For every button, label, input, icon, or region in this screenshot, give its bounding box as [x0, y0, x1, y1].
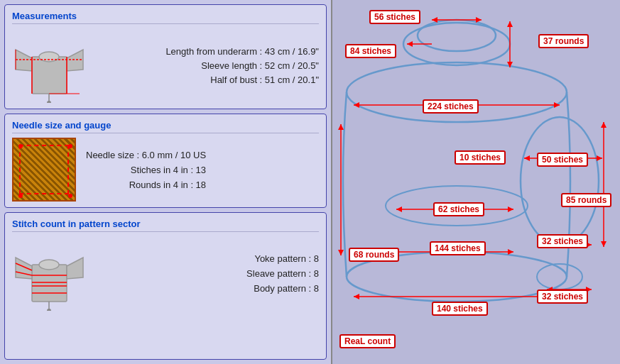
measurements-list: Length from underarm : 43 cm / 16.9" Sle… [94, 43, 319, 89]
annotation-label-l10: 144 stiches [430, 241, 486, 255]
svg-point-3 [39, 52, 59, 62]
stitch-card: Stitch count in pattern sector [4, 212, 327, 360]
stitch-list: Yoke pattern : 8 Sleave pattern : 8 Body… [94, 249, 319, 298]
svg-marker-17 [67, 258, 83, 279]
svg-point-10 [47, 101, 51, 103]
sweater-diagram [12, 28, 87, 103]
measurement-item: Half of bust : 51 cm / 20.1" [94, 75, 319, 85]
stitch-title: Stitch count in pattern sector [12, 219, 319, 232]
svg-rect-15 [32, 265, 67, 302]
needle-item: Needle size : 6.0 mm / 10 US [86, 150, 206, 160]
svg-point-26 [47, 309, 51, 311]
annotation-label-l7: 62 stiches [433, 202, 484, 216]
svg-rect-0 [32, 57, 67, 94]
svg-point-18 [39, 260, 59, 270]
measurements-card: Measurements [4, 4, 327, 109]
measurement-item: Sleeve length : 52 cm / 20.5" [94, 60, 319, 71]
needle-item: Stiches in 4 in : 13 [86, 165, 206, 175]
annotation-label-l2: 37 rounds [538, 34, 589, 48]
svg-point-11 [18, 144, 23, 148]
annotation-label-l12: 140 stiches [432, 302, 488, 316]
svg-point-12 [18, 194, 23, 198]
svg-point-13 [68, 144, 72, 148]
right-panel: 56 stiches37 rounds84 stiches224 stiches… [332, 0, 620, 364]
needle-title: Needle size and gauge [12, 120, 319, 133]
annotation-label-l11: 32 stiches [537, 234, 588, 248]
annotation-label-l6: 50 stiches [537, 153, 588, 167]
svg-marker-1 [16, 50, 32, 71]
stitch-item: Sleave pattern : 8 [94, 268, 319, 279]
annotation-label-l9: 68 rounds [349, 248, 399, 262]
gauge-dots-svg [13, 139, 76, 202]
needle-item: Rounds in 4 in : 18 [86, 180, 206, 190]
annotation-label-l8: 85 rounds [561, 193, 611, 207]
measurements-title: Measurements [12, 11, 319, 24]
svg-marker-16 [16, 258, 32, 279]
measurement-item: Length from underarm : 43 cm / 16.9" [94, 46, 319, 57]
stitch-item: Body pattern : 8 [94, 283, 319, 294]
annotation-label-l1: 56 stiches [369, 10, 420, 24]
annotation-label-l5: 10 stiches [455, 150, 506, 165]
annotation-label-l3: 84 stiches [345, 44, 396, 58]
annotation-label-l4: 224 stiches [423, 99, 479, 114]
svg-point-14 [68, 194, 72, 198]
needle-list: Needle size : 6.0 mm / 10 US Stiches in … [86, 145, 206, 194]
needle-card: Needle size and gauge Needle size : 6.0 … [4, 114, 327, 208]
annotation-label-l14: ReaL count [339, 334, 396, 348]
left-panel: Measurements [0, 0, 332, 364]
gauge-swatch [12, 138, 76, 202]
stitch-diagram [12, 236, 87, 311]
svg-marker-2 [67, 50, 83, 71]
annotation-label-l13: 32 stiches [537, 289, 588, 304]
stitch-item: Yoke pattern : 8 [94, 253, 319, 264]
